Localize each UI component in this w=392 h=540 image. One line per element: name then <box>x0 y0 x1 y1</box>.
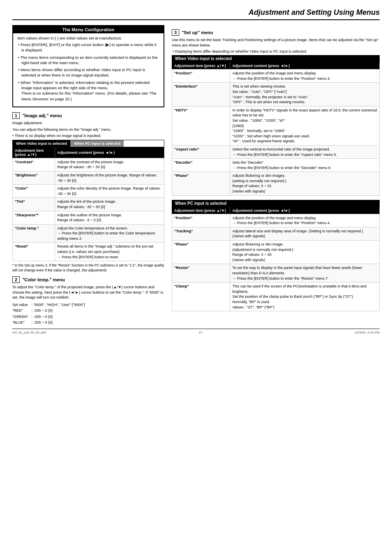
pc-content-resize: To set the way to display in the panel i… <box>230 264 380 283</box>
table-row: "Clamp" This can be used if the screen o… <box>172 283 380 311</box>
table-row: "Color temp." Adjust the Color temperatu… <box>13 224 164 243</box>
v-item-deinterlace: "Deinterlace" <box>172 83 230 106</box>
blue-value: : -255 ~ 0 {0} <box>31 320 88 325</box>
v-item-position: "Position" <box>172 70 230 83</box>
table-row: "Tint" Adjusts the tint of the picture i… <box>13 198 164 211</box>
item-reset: "Reset" <box>13 243 55 261</box>
set-value-label: Set value <box>12 302 31 308</box>
pc-input-header: When PC input is selected <box>172 200 380 207</box>
item-sharpness: "Sharpness"* <box>13 211 55 224</box>
item-color: "Color" <box>13 185 55 198</box>
section3-title: "Set up" menu <box>182 30 213 35</box>
table-row: "Position" Adjusts the position of the i… <box>172 70 380 83</box>
v-col-content: Adjustment content (press ◄/►) <box>230 63 380 70</box>
table-row: "Decoder" Sets the "Decoder". → Press th… <box>172 159 380 172</box>
section1-desc2: You can adjust the following items on th… <box>12 127 164 132</box>
bullet-4: When "Information" is selected, informat… <box>17 80 159 102</box>
pc-content-tracking: Adjusts lateral size and display area of… <box>230 227 380 240</box>
v-content-hdtv: In order to display "HDTV" signals in th… <box>230 106 380 145</box>
pc-col-item: Adjustment item (press ▲/▼) <box>172 207 230 214</box>
section3-video-table: Adjustment item (press ▲/▼) Adjustment c… <box>172 62 380 195</box>
section1-desc3: • There is no display when no image sign… <box>12 133 164 139</box>
section2-header: 2 "Color temp." menu <box>12 276 164 283</box>
section2-intro: To adjust the "Color temp." of the proje… <box>12 285 164 300</box>
video-input-header-left: When Video input is selected <box>13 140 71 147</box>
table-row: "Sharpness"* Adjusts the outline of the … <box>13 211 164 224</box>
table-row: "Deinterlace" This is set when viewing m… <box>172 83 380 106</box>
pc-item-position: "Position" <box>172 214 230 227</box>
v-col-item: Adjustment item (press ▲/▼) <box>172 63 230 70</box>
pc-item-clamp: "Clamp" <box>172 283 230 311</box>
section3-intro: Use this menu to set the basic Tracking … <box>172 37 380 48</box>
menu-config-title: The Menu Configuration <box>13 26 164 33</box>
set-value: : "6500", "HIGH", "User" {"6500"} <box>31 302 88 308</box>
section3-header: 3 "Set up" menu <box>172 29 380 36</box>
bullet-3: Menu items shown differ according to whe… <box>17 67 159 78</box>
section1-desc1: Image adjustment. <box>12 121 164 126</box>
section2-num: 2 <box>12 276 20 283</box>
section1-table-headers: When Video input is selected When PC inp… <box>12 140 164 147</box>
green-value: : -255 ~ 0 {0} <box>31 314 88 320</box>
table-row: "Contrast" Adjusts the contrast of the p… <box>13 158 164 171</box>
page-number: 37 <box>198 331 202 334</box>
red-value: : -255 ~ 0 {0} <box>31 308 88 313</box>
v-item-aspect: "Aspect ratio" <box>172 145 230 158</box>
content-color: Adjusts the color density of the picture… <box>55 185 164 198</box>
pc-item-resize: "Resize" <box>172 264 230 283</box>
content-colortemp: Adjust the Color temperature of the scre… <box>55 224 164 243</box>
pc-item-phase: "Phase" <box>172 241 230 264</box>
section3-bullet: Displaying items differ depending on whe… <box>172 49 380 53</box>
v-content-decoder: Sets the "Decoder". → Press the [ENTER] … <box>230 159 380 172</box>
pc-col-content: Adjustment content (press ◄/►) <box>230 207 380 214</box>
green-label: "GREEN" <box>12 314 31 320</box>
content-brightness: Adjusts the brightness of the picture im… <box>55 171 164 184</box>
v-item-phase: "Phase" <box>172 172 230 195</box>
v-content-aspect: Select the vertical-to-horizontal ratio … <box>230 145 380 158</box>
bottom-bar: HX-1E_p32-40_En.p65 37 10/3/03, 6:10 PM <box>12 329 380 334</box>
table-row: "Position" Adjusts the position of the i… <box>172 214 380 227</box>
item-colortemp: "Color temp." <box>13 224 55 243</box>
bullet-2: The menu items corresponding to an item … <box>17 55 159 66</box>
section1-num: 1 <box>12 112 20 119</box>
table-row: "Tracking" Adjusts lateral size and disp… <box>172 227 380 240</box>
section2-title: "Color temp." menu <box>22 277 65 282</box>
blue-label: "BLUE" <box>12 320 31 325</box>
pc-input-header-left: When PC input is selected <box>71 140 124 147</box>
section1-header: 1 "Image adj." menu <box>12 112 164 119</box>
pc-item-tracking: "Tracking" <box>172 227 230 240</box>
v-content-position: Adjusts the position of the image and me… <box>230 70 380 83</box>
table-row: "Phase" Adjusts flickering or dim image.… <box>172 241 380 264</box>
content-reset: Resets all items in the "Image adj." sub… <box>55 243 164 261</box>
content-contrast: Adjusts the contrast of the picture imag… <box>55 158 164 171</box>
bottom-timestamp: 10/3/03, 6:10 PM <box>355 331 380 334</box>
bullet-1: Press [ENTER], [EXIT] or the right curso… <box>17 42 159 53</box>
table-row: "Resize" To set the way to display in th… <box>172 264 380 283</box>
pc-content-clamp: This can be used if the screen of the PC… <box>230 283 380 311</box>
menu-config-bullets: Press [ENTER], [EXIT] or the right curso… <box>17 42 159 102</box>
item-contrast: "Contrast" <box>13 158 55 171</box>
col-header-item: Adjustment item (press ▲/▼) <box>13 147 55 158</box>
content-sharpness: Adjusts the outline of the picture image… <box>55 211 164 224</box>
red-label: "RED" <box>12 308 31 313</box>
menu-config-intro: Item values shown in { } are initial val… <box>17 36 159 40</box>
v-content-deinterlace: This is set when viewing movies. Set val… <box>230 83 380 106</box>
section1-footnote: * In the Set up menu 3, if the "Resize" … <box>12 263 164 273</box>
section2-values: Set value : "6500", "HIGH", "User" {"650… <box>12 302 164 326</box>
section1-title: "Image adj." menu <box>22 113 62 118</box>
menu-config-section: The Menu Configuration Item values shown… <box>12 25 164 107</box>
content-tint: Adjusts the tint of the picture image. R… <box>55 198 164 211</box>
pc-content-position: Adjusts the position of the image and me… <box>230 214 380 227</box>
v-item-hdtv: "HDTV" <box>172 106 230 145</box>
table-row: "HDTV" In order to display "HDTV" signal… <box>172 106 380 145</box>
table-row: "Brightness" Adjusts the brightness of t… <box>13 171 164 184</box>
page-title: Adjustment and Setting Using Menus <box>12 8 380 20</box>
col-header-content: Adjustment content (press ◄/►) <box>55 147 164 158</box>
item-brightness: "Brightness" <box>13 171 55 184</box>
bottom-filename: HX-1E_p32-40_En.p65 <box>12 331 46 334</box>
section3-pc-table: Adjustment item (press ▲/▼) Adjustment c… <box>172 207 380 312</box>
table-row: "Aspect ratio" Select the vertical-to-ho… <box>172 145 380 158</box>
section1-table: Adjustment item (press ▲/▼) Adjustment c… <box>12 147 164 262</box>
table-row: "Reset" Resets all items in the "Image a… <box>13 243 164 261</box>
video-input-header: When Video input is selected <box>172 55 380 62</box>
v-content-phase: Adjusts flickering or dim images. (setti… <box>230 172 380 195</box>
